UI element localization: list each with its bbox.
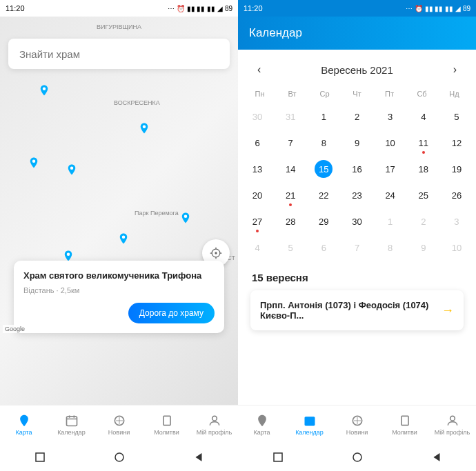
nav-news[interactable]: Новини (333, 405, 381, 443)
nav-profile[interactable]: Мій профіль (428, 405, 476, 443)
day-cell[interactable]: 11 (407, 130, 440, 156)
sys-recent[interactable] (272, 451, 284, 463)
day-cell[interactable]: 26 (440, 182, 473, 208)
svg-point-0 (43, 88, 46, 91)
day-cell[interactable]: 7 (340, 234, 373, 261)
day-cell[interactable]: 16 (340, 156, 373, 182)
day-cell[interactable]: 5 (274, 234, 307, 261)
nav-map[interactable]: Карта (0, 405, 48, 443)
svg-point-8 (215, 252, 217, 254)
next-month[interactable]: › (450, 61, 459, 79)
svg-point-1 (143, 126, 146, 129)
nav-map[interactable]: Карта (238, 405, 286, 443)
nav-news[interactable]: Новини (95, 405, 143, 443)
day-cell[interactable]: 21 (274, 182, 307, 208)
day-cell[interactable]: 2 (407, 208, 440, 234)
weekday: Ср (308, 90, 341, 98)
day-cell[interactable]: 13 (241, 156, 274, 182)
prayers-icon (398, 414, 412, 428)
map-label: ВИГУРІВЩИНА (97, 23, 141, 30)
profile-icon (208, 414, 221, 428)
prayers-icon (160, 414, 174, 428)
event-dot (289, 203, 292, 206)
day-cell[interactable]: 25 (407, 182, 440, 208)
day-cell[interactable]: 28 (274, 208, 307, 234)
map-pin-icon (255, 414, 269, 428)
sys-back[interactable] (192, 451, 205, 463)
svg-rect-13 (36, 453, 44, 461)
day-cell[interactable]: 2 (340, 103, 373, 130)
svg-point-12 (212, 416, 217, 421)
sys-home[interactable] (351, 451, 364, 463)
route-button[interactable]: Дорога до храму (128, 303, 215, 323)
system-nav (238, 443, 476, 471)
status-icons: ⋯ ⏰ ▮▮ ▮▮ ▮▮ ◢ 89 (168, 5, 232, 12)
news-icon (350, 414, 364, 428)
map-pin[interactable] (117, 230, 130, 247)
month-nav: ‹ Вересень 2021 › (241, 55, 473, 84)
sys-back[interactable] (430, 451, 443, 463)
calendar-title: Календар (249, 26, 465, 40)
day-cell[interactable]: 31 (274, 103, 307, 130)
day-cell[interactable]: 24 (374, 182, 407, 208)
map-pin[interactable] (28, 154, 40, 171)
day-cell[interactable]: 10 (440, 234, 473, 261)
day-cell[interactable]: 22 (307, 182, 340, 208)
nav-calendar[interactable]: Календар (48, 405, 95, 443)
weekday: Вт (276, 90, 308, 98)
day-cell[interactable]: 20 (241, 182, 274, 208)
sys-recent[interactable] (34, 451, 46, 463)
day-cell[interactable]: 12 (440, 130, 473, 156)
day-cell[interactable]: 4 (407, 103, 440, 130)
day-cell[interactable]: 10 (374, 130, 407, 156)
day-cell[interactable]: 9 (340, 130, 373, 156)
day-cell[interactable]: 8 (374, 234, 407, 261)
calendar-icon (65, 414, 79, 428)
status-time: 11:20 (244, 4, 263, 12)
day-cell[interactable]: 8 (307, 130, 340, 156)
nav-profile[interactable]: Мій профіль (190, 405, 238, 443)
weekday: Чт (341, 90, 373, 98)
day-cell[interactable]: 29 (307, 208, 340, 234)
day-cell[interactable]: 6 (307, 234, 340, 261)
day-cell[interactable]: 6 (241, 130, 274, 156)
map-view[interactable]: ВИГУРІВЩИНА ВОСКРЕСЕНКА Парк Перемога ДН… (0, 17, 238, 405)
church-card[interactable]: Храм святого великомученика Трифона Відс… (14, 261, 224, 333)
day-cell[interactable]: 18 (407, 156, 440, 182)
day-cell[interactable]: 17 (374, 156, 407, 182)
nav-prayers[interactable]: Молитви (381, 405, 428, 443)
day-cell[interactable]: 3 (440, 208, 473, 234)
day-cell[interactable]: 9 (407, 234, 440, 261)
weekday: Пт (373, 90, 406, 98)
day-cell[interactable]: 5 (440, 103, 473, 130)
day-cell[interactable]: 3 (374, 103, 407, 130)
svg-point-4 (184, 215, 188, 219)
day-cell[interactable]: 27 (241, 208, 274, 234)
arrow-right-icon: → (442, 303, 454, 318)
calendar-icon (303, 414, 317, 428)
map-pin-icon (17, 414, 31, 428)
search-box[interactable] (8, 39, 230, 69)
day-cell[interactable]: 30 (241, 103, 274, 130)
map-pin[interactable] (66, 161, 78, 178)
day-cell[interactable]: 7 (274, 130, 307, 156)
day-cell[interactable]: 19 (440, 156, 473, 182)
nav-calendar[interactable]: Календар (286, 405, 333, 443)
search-input[interactable] (19, 48, 219, 60)
day-cell[interactable]: 23 (340, 182, 373, 208)
day-cell[interactable]: 14 (274, 156, 307, 182)
nav-prayers[interactable]: Молитви (143, 405, 190, 443)
prev-month[interactable]: ‹ (255, 61, 264, 79)
calendar-body: ‹ Вересень 2021 › ПнВтСрЧтПтСбНд 3031123… (238, 50, 476, 405)
day-cell[interactable]: 1 (307, 103, 340, 130)
map-pin[interactable] (138, 120, 150, 137)
day-cell[interactable]: 1 (374, 208, 407, 234)
map-pin[interactable] (38, 82, 50, 99)
event-card[interactable]: Прпп. Антонія (1073) і Феодосія (1074) К… (250, 290, 464, 330)
day-cell[interactable]: 30 (340, 208, 373, 234)
day-cell[interactable]: 15 (307, 156, 340, 182)
day-cell[interactable]: 4 (241, 234, 274, 261)
sys-home[interactable] (113, 451, 126, 463)
weekday: Сб (406, 90, 438, 98)
map-pin[interactable] (179, 210, 192, 226)
